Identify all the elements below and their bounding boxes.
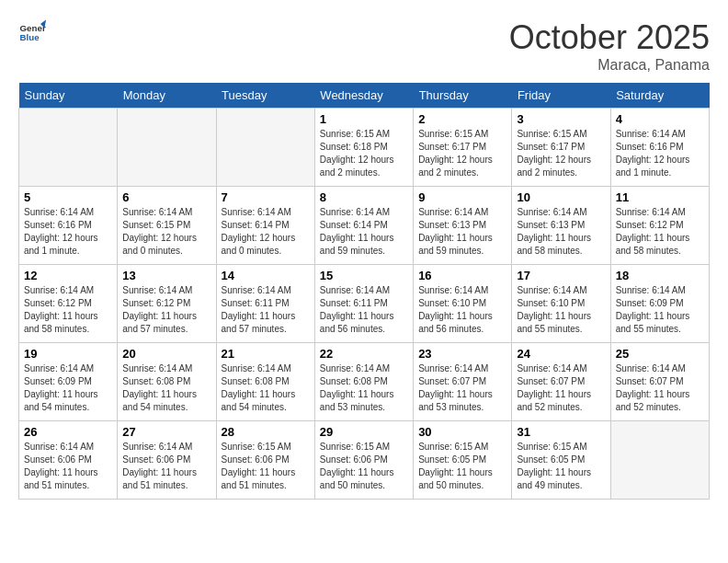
col-thursday: Thursday bbox=[414, 83, 512, 109]
day-info: Sunrise: 6:14 AMSunset: 6:15 PMDaylight:… bbox=[122, 207, 197, 256]
day-number: 3 bbox=[517, 112, 605, 126]
calendar-week-1: 1 Sunrise: 6:15 AMSunset: 6:18 PMDayligh… bbox=[19, 109, 710, 187]
day-info: Sunrise: 6:14 AMSunset: 6:14 PMDaylight:… bbox=[222, 207, 296, 256]
calendar-cell: 8 Sunrise: 6:14 AMSunset: 6:14 PMDayligh… bbox=[314, 187, 413, 265]
logo: General Blue bbox=[18, 18, 48, 46]
day-info: Sunrise: 6:15 AMSunset: 6:06 PMDaylight:… bbox=[222, 442, 296, 490]
day-number: 16 bbox=[418, 269, 506, 282]
calendar-cell: 19 Sunrise: 6:14 AMSunset: 6:09 PMDaylig… bbox=[19, 343, 118, 421]
month-title: October 2025 bbox=[509, 18, 710, 57]
calendar-cell: 18 Sunrise: 6:14 AMSunset: 6:09 PMDaylig… bbox=[610, 265, 709, 343]
day-number: 2 bbox=[418, 112, 506, 126]
calendar-cell: 24 Sunrise: 6:14 AMSunset: 6:07 PMDaylig… bbox=[512, 343, 610, 421]
col-sunday: Sunday bbox=[19, 83, 118, 109]
day-number: 25 bbox=[616, 347, 704, 361]
calendar-cell: 31 Sunrise: 6:15 AMSunset: 6:05 PMDaylig… bbox=[512, 421, 610, 500]
calendar-cell: 3 Sunrise: 6:15 AMSunset: 6:17 PMDayligh… bbox=[512, 109, 610, 187]
day-number: 21 bbox=[222, 347, 310, 361]
calendar-week-5: 26 Sunrise: 6:14 AMSunset: 6:06 PMDaylig… bbox=[19, 421, 710, 500]
calendar-cell: 16 Sunrise: 6:14 AMSunset: 6:10 PMDaylig… bbox=[414, 265, 512, 343]
day-number: 24 bbox=[517, 347, 605, 361]
day-info: Sunrise: 6:15 AMSunset: 6:05 PMDaylight:… bbox=[517, 442, 591, 490]
day-number: 27 bbox=[122, 425, 210, 439]
calendar-cell: 28 Sunrise: 6:15 AMSunset: 6:06 PMDaylig… bbox=[216, 421, 314, 500]
calendar-cell: 26 Sunrise: 6:14 AMSunset: 6:06 PMDaylig… bbox=[19, 421, 118, 500]
calendar-week-4: 19 Sunrise: 6:14 AMSunset: 6:09 PMDaylig… bbox=[19, 343, 710, 421]
svg-text:Blue: Blue bbox=[20, 32, 40, 42]
day-info: Sunrise: 6:14 AMSunset: 6:07 PMDaylight:… bbox=[418, 363, 493, 412]
day-info: Sunrise: 6:14 AMSunset: 6:08 PMDaylight:… bbox=[222, 363, 296, 412]
day-number: 7 bbox=[222, 190, 310, 204]
day-number: 5 bbox=[24, 190, 112, 204]
calendar-week-3: 12 Sunrise: 6:14 AMSunset: 6:12 PMDaylig… bbox=[19, 265, 710, 343]
calendar-cell: 21 Sunrise: 6:14 AMSunset: 6:08 PMDaylig… bbox=[216, 343, 314, 421]
col-friday: Friday bbox=[512, 83, 610, 109]
day-info: Sunrise: 6:15 AMSunset: 6:17 PMDaylight:… bbox=[418, 129, 493, 178]
calendar-cell: 5 Sunrise: 6:14 AMSunset: 6:16 PMDayligh… bbox=[19, 187, 118, 265]
calendar-cell: 30 Sunrise: 6:15 AMSunset: 6:05 PMDaylig… bbox=[414, 421, 512, 500]
calendar-cell: 15 Sunrise: 6:14 AMSunset: 6:11 PMDaylig… bbox=[314, 265, 413, 343]
day-number: 30 bbox=[418, 425, 506, 439]
day-number: 17 bbox=[517, 269, 605, 282]
calendar-cell: 20 Sunrise: 6:14 AMSunset: 6:08 PMDaylig… bbox=[118, 343, 216, 421]
calendar-cell bbox=[19, 109, 118, 187]
calendar-table: Sunday Monday Tuesday Wednesday Thursday… bbox=[18, 83, 710, 500]
day-number: 4 bbox=[616, 112, 704, 126]
day-number: 20 bbox=[122, 347, 210, 361]
calendar-cell: 11 Sunrise: 6:14 AMSunset: 6:12 PMDaylig… bbox=[610, 187, 709, 265]
calendar-cell bbox=[216, 109, 314, 187]
day-info: Sunrise: 6:14 AMSunset: 6:10 PMDaylight:… bbox=[517, 285, 591, 334]
day-info: Sunrise: 6:14 AMSunset: 6:06 PMDaylight:… bbox=[24, 442, 98, 490]
day-info: Sunrise: 6:14 AMSunset: 6:06 PMDaylight:… bbox=[122, 442, 197, 490]
title-block: October 2025 Maraca, Panama bbox=[509, 18, 710, 74]
day-number: 12 bbox=[24, 269, 112, 282]
day-number: 8 bbox=[320, 190, 408, 204]
day-number: 31 bbox=[517, 425, 605, 439]
col-monday: Monday bbox=[118, 83, 216, 109]
calendar-cell: 12 Sunrise: 6:14 AMSunset: 6:12 PMDaylig… bbox=[19, 265, 118, 343]
day-number: 9 bbox=[418, 190, 506, 204]
day-info: Sunrise: 6:14 AMSunset: 6:11 PMDaylight:… bbox=[222, 285, 296, 334]
day-info: Sunrise: 6:15 AMSunset: 6:06 PMDaylight:… bbox=[320, 442, 394, 490]
calendar-cell bbox=[118, 109, 216, 187]
day-number: 18 bbox=[616, 269, 704, 282]
day-info: Sunrise: 6:14 AMSunset: 6:12 PMDaylight:… bbox=[24, 285, 98, 334]
day-info: Sunrise: 6:14 AMSunset: 6:13 PMDaylight:… bbox=[418, 207, 493, 256]
calendar-cell: 25 Sunrise: 6:14 AMSunset: 6:07 PMDaylig… bbox=[610, 343, 709, 421]
day-info: Sunrise: 6:14 AMSunset: 6:07 PMDaylight:… bbox=[517, 363, 591, 412]
day-number: 19 bbox=[24, 347, 112, 361]
calendar-cell: 23 Sunrise: 6:14 AMSunset: 6:07 PMDaylig… bbox=[414, 343, 512, 421]
day-info: Sunrise: 6:14 AMSunset: 6:13 PMDaylight:… bbox=[517, 207, 591, 256]
calendar-cell: 13 Sunrise: 6:14 AMSunset: 6:12 PMDaylig… bbox=[118, 265, 216, 343]
day-info: Sunrise: 6:14 AMSunset: 6:08 PMDaylight:… bbox=[320, 363, 394, 412]
day-info: Sunrise: 6:15 AMSunset: 6:05 PMDaylight:… bbox=[418, 442, 493, 490]
day-number: 14 bbox=[222, 269, 310, 282]
calendar-cell bbox=[610, 421, 709, 500]
day-number: 29 bbox=[320, 425, 408, 439]
day-number: 11 bbox=[616, 190, 704, 204]
calendar-cell: 17 Sunrise: 6:14 AMSunset: 6:10 PMDaylig… bbox=[512, 265, 610, 343]
calendar-header-row: Sunday Monday Tuesday Wednesday Thursday… bbox=[19, 83, 710, 109]
calendar-cell: 29 Sunrise: 6:15 AMSunset: 6:06 PMDaylig… bbox=[314, 421, 413, 500]
location: Maraca, Panama bbox=[509, 57, 710, 74]
day-number: 1 bbox=[320, 112, 408, 126]
day-number: 6 bbox=[122, 190, 210, 204]
day-info: Sunrise: 6:14 AMSunset: 6:11 PMDaylight:… bbox=[320, 285, 394, 334]
day-number: 15 bbox=[320, 269, 408, 282]
day-info: Sunrise: 6:14 AMSunset: 6:10 PMDaylight:… bbox=[418, 285, 493, 334]
calendar-cell: 27 Sunrise: 6:14 AMSunset: 6:06 PMDaylig… bbox=[118, 421, 216, 500]
day-info: Sunrise: 6:14 AMSunset: 6:14 PMDaylight:… bbox=[320, 207, 394, 256]
calendar-week-2: 5 Sunrise: 6:14 AMSunset: 6:16 PMDayligh… bbox=[19, 187, 710, 265]
col-wednesday: Wednesday bbox=[314, 83, 413, 109]
col-tuesday: Tuesday bbox=[216, 83, 314, 109]
day-number: 28 bbox=[222, 425, 310, 439]
calendar-cell: 1 Sunrise: 6:15 AMSunset: 6:18 PMDayligh… bbox=[314, 109, 413, 187]
col-saturday: Saturday bbox=[610, 83, 709, 109]
day-info: Sunrise: 6:14 AMSunset: 6:09 PMDaylight:… bbox=[616, 285, 690, 334]
calendar-cell: 4 Sunrise: 6:14 AMSunset: 6:16 PMDayligh… bbox=[610, 109, 709, 187]
day-info: Sunrise: 6:14 AMSunset: 6:07 PMDaylight:… bbox=[616, 363, 690, 412]
day-number: 23 bbox=[418, 347, 506, 361]
day-number: 26 bbox=[24, 425, 112, 439]
day-number: 22 bbox=[320, 347, 408, 361]
day-info: Sunrise: 6:15 AMSunset: 6:17 PMDaylight:… bbox=[517, 129, 591, 178]
